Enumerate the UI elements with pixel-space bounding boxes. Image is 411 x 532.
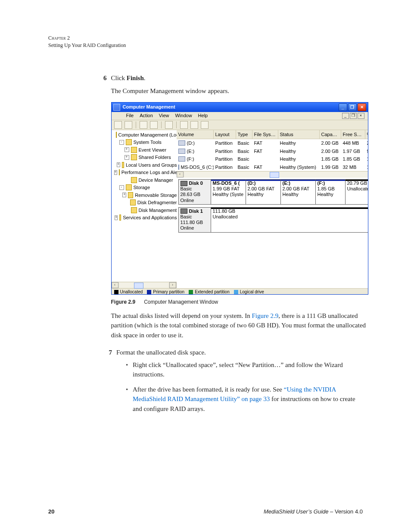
folder-icon [130,199,136,205]
column-header[interactable]: Volume [177,130,214,139]
tree-label: Performance Logs and Alerts [121,169,178,176]
expand-icon[interactable]: + [114,170,117,175]
properties-icon[interactable] [165,121,173,129]
tree-item[interactable]: Device Manager [112,177,177,184]
scroll-thumb[interactable] [270,172,279,178]
chapter-title: Setting Up Your RAID Configuration [48,42,363,49]
folder-icon [119,215,121,221]
partition[interactable]: (F:)1.85 GBHealthy [315,180,345,204]
expand-icon[interactable]: + [125,155,129,160]
mdi-sys-icon [115,113,120,118]
menu-view[interactable]: View [159,112,169,119]
window-titlebar[interactable]: Computer Management _ ❐ ✕ [112,103,368,112]
tree-item[interactable]: +Removable Storage [112,192,177,199]
column-header[interactable]: Type [236,130,252,139]
partition[interactable]: (D:)2.00 GB FATHealthy [246,180,280,204]
expand-icon[interactable]: + [125,147,129,152]
partition[interactable]: (E:)2.00 GB FATHealthy [280,180,315,204]
mdi-restore[interactable]: ❐ [350,113,357,119]
back-icon[interactable] [114,121,122,129]
maximize-button[interactable]: ❐ [348,103,357,111]
folder-icon [131,147,137,153]
tree-item[interactable]: +Performance Logs and Alerts [112,169,177,176]
folder-icon [126,184,132,190]
disk-row[interactable]: Disk 0Basic28.63 GBOnlineMS-DOS_6 (1.99 … [178,179,368,205]
scroll-left-icon[interactable]: ‹ [177,171,184,177]
tree-scrollbar[interactable]: ‹ › [112,282,176,288]
tree-label: Local Users and Groups [126,162,177,169]
scroll-right-icon[interactable]: › [169,282,176,288]
partition[interactable]: MS-DOS_6 (1.99 GB FATHealthy (Syste [211,180,246,204]
window-title: Computer Management [123,103,175,111]
mdi-minimize[interactable]: _ [342,113,349,119]
tree-label: System Tools [134,139,162,146]
bullet-1: Right click “Unallocated space”, select … [126,360,363,380]
help-icon[interactable] [201,121,209,129]
menu-bar[interactable]: File Action View Window Help _ ❐ × [112,112,368,120]
expand-icon[interactable]: - [119,185,124,190]
step-text: Click [111,75,127,81]
up-icon[interactable] [140,121,147,129]
column-header[interactable]: Layout [214,130,236,139]
guide-title: MediaShield User’s Guide – Version 4.0 [264,508,363,515]
tree-item[interactable]: -System Tools [112,139,177,146]
scroll-left-icon[interactable]: ‹ [112,282,118,288]
chapter-label: Chapter 2 [48,34,363,42]
volume-row[interactable]: MS-DOS_6 (C:)PartitionBasicFATHealthy (S… [177,163,368,171]
tree-label: Removable Storage [135,192,177,199]
tree-item[interactable]: +Services and Applications [112,214,177,221]
expand-icon[interactable]: + [115,215,118,220]
mdi-close[interactable]: × [358,113,364,119]
volume-row[interactable]: (F:)PartitionBasicHealthy1.85 GB1.85 GB1… [177,155,368,163]
settings-icon[interactable] [190,121,198,129]
step-number: 7 [103,348,112,419]
partition[interactable]: 20.79 GBUnallocated [345,180,368,204]
page-number: 20 [48,508,54,515]
scroll-thumb[interactable] [134,283,143,289]
expand-icon[interactable]: - [119,140,124,145]
tree-label: Shared Folders [139,154,171,161]
step-6: 6 Click Finish. The Computer Management … [103,73,363,340]
close-button[interactable]: ✕ [358,103,366,111]
column-header[interactable]: Capacity [320,130,341,139]
app-icon [113,104,120,111]
tree-item[interactable]: +Local Users and Groups [112,162,177,169]
tree-label: Event Viewer [139,146,167,154]
volume-header[interactable]: VolumeLayoutTypeFile SystemStatusCapacit… [177,130,368,140]
figure-ref-link[interactable]: Figure 2.9 [252,312,279,319]
tree-item[interactable]: Disk Management [112,207,177,214]
tree-item[interactable]: Computer Management (Local) [112,131,177,139]
disk-graph[interactable]: Disk 0Basic28.63 GBOnlineMS-DOS_6 (1.99 … [177,177,368,288]
menu-action[interactable]: Action [140,112,153,119]
partition[interactable]: 111.80 GBUnallocated [211,208,368,232]
volume-row[interactable]: (D:)PartitionBasicFATHealthy2.00 GB448 M… [177,139,368,147]
column-header[interactable]: Free Space [341,130,365,139]
figure-caption: Figure 2.9Computer Management Window [111,298,368,306]
forward-icon[interactable] [125,121,132,129]
step-7: 7 Format the unallocated disk space. Rig… [103,348,363,419]
volume-scrollbar[interactable]: ‹ › [177,171,368,177]
console-tree[interactable]: Computer Management (Local)-System Tools… [112,130,178,282]
tree-item[interactable]: -Storage [112,184,177,191]
show-hide-tree-icon[interactable] [150,121,158,129]
volume-list[interactable]: (D:)PartitionBasicFATHealthy2.00 GB448 M… [177,139,368,171]
folder-icon [128,192,133,198]
step-bold: Finish [127,75,144,81]
refresh-icon[interactable] [180,121,188,129]
bullet-2: After the drive has been formatted, it i… [126,385,363,414]
minimize-button[interactable]: _ [339,103,347,111]
menu-window[interactable]: Window [175,112,192,119]
expand-icon[interactable]: + [117,162,120,167]
disk-row[interactable]: Disk 1Basic111.80 GBOnline111.80 GBUnall… [178,207,368,233]
menu-file[interactable]: File [126,112,134,119]
expand-icon[interactable]: + [122,193,126,197]
column-header[interactable]: % Free [365,130,368,139]
tree-label: Services and Applications [123,214,177,221]
column-header[interactable]: File System [252,130,278,139]
tree-item[interactable]: +Shared Folders [112,154,177,161]
column-header[interactable]: Status [278,130,320,139]
menu-help[interactable]: Help [198,112,208,119]
tree-item[interactable]: Disk Defragmenter [112,199,177,206]
tree-item[interactable]: +Event Viewer [112,146,177,154]
volume-row[interactable]: (E:)PartitionBasicFATHealthy2.00 GB1.97 … [177,147,368,156]
